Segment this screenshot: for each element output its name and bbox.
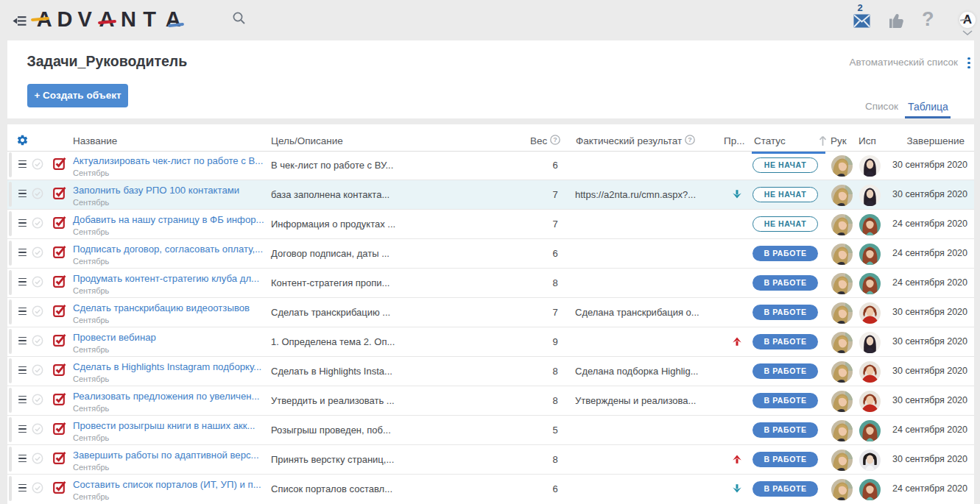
svg-text:?: ? bbox=[553, 136, 557, 143]
svg-text:?: ? bbox=[688, 136, 692, 143]
